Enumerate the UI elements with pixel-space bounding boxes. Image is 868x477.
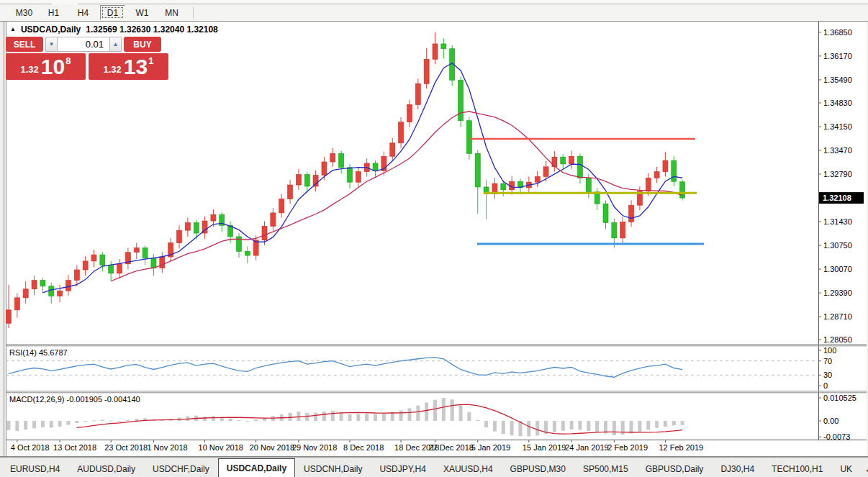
- date-axis-label: 23 Oct 2018: [104, 443, 148, 452]
- tab-sp500-m15[interactable]: SP500,M15: [574, 460, 637, 477]
- chart-title: ▲ USDCAD,Daily 1.32569 1.32630 1.32040 1…: [10, 24, 218, 35]
- tab-eurusd-h4[interactable]: EURUSD,H4: [1, 460, 68, 477]
- price-axis-label: 1.35490: [823, 76, 852, 84]
- last-price-tag: 1.32108: [819, 192, 864, 204]
- price-axis-label: 1.28050: [823, 335, 852, 344]
- price-axis-label: 1.34150: [823, 122, 852, 131]
- chevron-up-icon: ▲: [113, 41, 119, 47]
- buy-price-pip: 1: [148, 55, 153, 66]
- tab-dj30-h4[interactable]: DJ30,H4: [712, 460, 763, 477]
- volume-input[interactable]: [58, 37, 109, 52]
- sell-price-pip: 8: [65, 55, 71, 66]
- sell-price-panel[interactable]: 1.32 10 8: [6, 53, 86, 80]
- rsi-axis-label: 100: [823, 346, 836, 355]
- date-axis-label: 12 Feb 2019: [659, 443, 703, 452]
- price-axis-label: 1.31430: [823, 217, 852, 226]
- rsi-axis-label: 0: [823, 381, 828, 390]
- tab-usdchf-daily[interactable]: USDCHF,Daily: [144, 460, 218, 477]
- sell-price-prefix: 1.32: [21, 64, 39, 75]
- price-axis-label: 1.36850: [823, 28, 852, 37]
- buy-price-big: 13: [124, 56, 148, 78]
- buy-button[interactable]: BUY: [124, 37, 161, 52]
- tab-usdcad-daily[interactable]: USDCAD,Daily: [218, 458, 295, 477]
- chart-title-symbol: USDCAD,Daily: [21, 24, 81, 35]
- sell-price-big: 10: [41, 56, 65, 78]
- tab-xauusd-h4[interactable]: XAUUSD,H4: [435, 460, 502, 477]
- date-axis-label: 8 Dec 2018: [343, 443, 384, 452]
- date-axis-label: 1 Nov 2018: [147, 443, 187, 452]
- chart-title-ohlc: 1.32569 1.32630 1.32040 1.32108: [86, 24, 218, 35]
- svg-text:1.32108: 1.32108: [823, 194, 851, 202]
- price-axis-label: 1.28710: [823, 312, 852, 321]
- price-axis-label: 1.33470: [823, 146, 852, 155]
- chart-tab-bar: EURUSD,H4AUDUSD,DailyUSDCHF,DailyUSDCAD,…: [0, 457, 868, 477]
- price-axis-label: 1.29390: [823, 289, 852, 297]
- date-axis-label: 29 Nov 2018: [292, 443, 337, 452]
- date-axis-label: 24 Jan 2019: [565, 443, 609, 452]
- date-axis-label: 5 Jan 2019: [471, 443, 510, 452]
- macd-label: MACD(12,26,9) -0.001905 -0.004140: [9, 395, 140, 404]
- date-axis-label: 27 Dec 2018: [429, 443, 474, 452]
- date-axis-label: 13 Oct 2018: [53, 443, 96, 452]
- rsi-label: RSI(14) 45.6787: [9, 348, 68, 357]
- trading-platform-window: M30H1H4D1W1MN 1.368501.361701.354901.348…: [0, 0, 868, 477]
- date-axis-label: 20 Nov 2018: [250, 443, 294, 452]
- price-axis-label: 1.34830: [823, 99, 852, 107]
- one-click-trade-widget: SELL ▼ ▲ BUY 1.32 10 8 1.32 13 1: [6, 37, 168, 80]
- tab-uk[interactable]: UK: [831, 460, 861, 477]
- tab-audusd-daily[interactable]: AUDUSD,Daily: [68, 460, 144, 477]
- price-axis-label: 1.30070: [823, 265, 852, 273]
- tab-usdjpy-h4[interactable]: USDJPY,H4: [371, 460, 434, 477]
- price-axis-label: 1.36170: [823, 52, 852, 60]
- tab-usdcnh-daily[interactable]: USDCNH,Daily: [295, 460, 371, 477]
- rsi-axis-label: 30: [823, 371, 832, 379]
- tab-tech100-h1[interactable]: TECH100,H1: [763, 460, 831, 477]
- date-axis-label: 15 Jan 2019: [523, 443, 566, 452]
- tab-gbpusd-daily[interactable]: GBPUSD,Daily: [637, 460, 713, 477]
- buy-price-panel[interactable]: 1.32 13 1: [89, 53, 168, 80]
- chevron-down-icon: ▼: [49, 41, 55, 47]
- price-axis-label: 1.30750: [823, 241, 852, 250]
- rsi-axis-label: 70: [823, 357, 832, 365]
- macd-axis-label: 0.00: [823, 417, 838, 425]
- volume-decrease-button[interactable]: ▼: [45, 37, 58, 52]
- chart-collapse-icon[interactable]: ▲: [10, 26, 16, 32]
- price-axis-label: 1.32790: [823, 170, 852, 178]
- macd-axis-label: 0.010525: [823, 394, 856, 402]
- sell-button[interactable]: SELL: [6, 37, 43, 52]
- tab-scroll-left-icon[interactable]: ◄: [861, 466, 868, 477]
- tab-gbpusd-m30[interactable]: GBPUSD,M30: [502, 460, 574, 477]
- date-axis-label: 4 Oct 2018: [11, 443, 50, 452]
- volume-increase-button[interactable]: ▲: [109, 37, 122, 52]
- date-axis-label: 10 Nov 2018: [199, 443, 243, 452]
- date-axis-label: 2 Feb 2019: [607, 443, 648, 452]
- buy-price-prefix: 1.32: [104, 64, 122, 75]
